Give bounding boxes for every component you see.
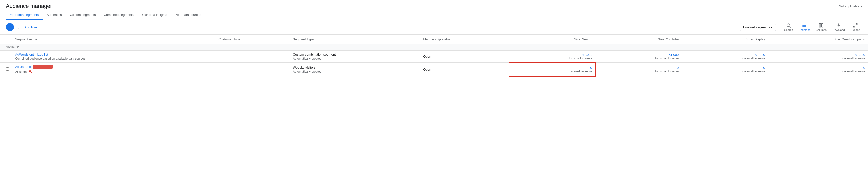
row-1-size-search: <1,000 Too small to serve — [509, 51, 595, 63]
row-1-size-search-sub: Too small to serve — [512, 57, 592, 60]
row-1-size-display-link[interactable]: <1,000 — [685, 53, 765, 57]
row-1-size-youtube: <1,000 Too small to serve — [595, 51, 682, 63]
expand-button[interactable]: Expand — [849, 22, 862, 32]
row-2-size-youtube-sub: Too small to serve — [599, 70, 679, 73]
add-filter-button[interactable]: Add filter — [23, 25, 39, 30]
header-segment-type[interactable]: Segment Type — [290, 35, 420, 44]
svg-point-3 — [787, 24, 790, 27]
expand-label: Expand — [851, 28, 860, 31]
header-membership-status[interactable]: Membership status — [420, 35, 509, 44]
header-customer-type[interactable]: Customer Type — [216, 35, 290, 44]
header-segment-name[interactable]: Segment name ↑ — [12, 35, 216, 44]
row-2-size-gmail-link[interactable]: 0 — [771, 66, 865, 70]
download-icon — [836, 23, 841, 28]
table-header-row: Segment name ↑ Customer Type Segment Typ… — [0, 35, 868, 44]
row-2-checkbox-cell[interactable] — [0, 63, 12, 76]
header-size-gmail[interactable]: Size: Gmail campaign — [768, 35, 868, 44]
tab-combined-segments[interactable]: Combined segments — [100, 10, 137, 20]
row-1-size-display-sub: Too small to serve — [685, 57, 765, 60]
row-2-segment-type-line1: Website visitors — [293, 66, 417, 70]
row-1-size-gmail-link[interactable]: <1,000 — [771, 53, 865, 57]
row-1-segment-name-link[interactable]: AdWords optimized list — [15, 53, 213, 56]
expand-icon — [853, 23, 858, 28]
row-2-customer-type: – — [216, 63, 290, 76]
add-button[interactable]: + — [6, 23, 14, 31]
not-applicable-selector[interactable]: Not applicable ▾ — [839, 4, 862, 8]
svg-line-4 — [789, 26, 791, 28]
row-1-segment-sub: Combined audience based on available dat… — [15, 57, 213, 60]
columns-icon — [819, 23, 824, 28]
svg-line-11 — [856, 24, 857, 25]
enabled-segments-button[interactable]: Enabled segments ▾ — [740, 24, 776, 31]
enabled-segments-dropdown-icon: ▾ — [771, 25, 773, 29]
section-not-in-use: Not in-use — [0, 44, 868, 51]
row-2-size-display-sub: Too small to serve — [685, 70, 765, 73]
row-2-checkbox[interactable] — [6, 68, 9, 71]
header-size-youtube[interactable]: Size: YouTube — [595, 35, 682, 44]
section-label: Not in-use — [0, 44, 868, 51]
search-button[interactable]: Search — [782, 22, 795, 32]
columns-button[interactable]: Columns — [814, 22, 828, 32]
red-arrow-icon: ↖ — [29, 69, 33, 74]
table-container: Segment name ↑ Customer Type Segment Typ… — [0, 35, 868, 77]
row-1-size-gmail: <1,000 Too small to serve — [768, 51, 868, 63]
header-checkbox[interactable] — [0, 35, 12, 44]
segment-label: Segment — [799, 28, 810, 31]
row-2-segment-type: Website visitors Automatically created — [290, 63, 420, 76]
download-button[interactable]: Download — [831, 22, 847, 32]
row-2-size-search-sub: Too small to serve — [512, 70, 592, 73]
columns-label: Columns — [816, 28, 827, 31]
select-all-checkbox[interactable] — [6, 37, 9, 41]
segments-table: Segment name ↑ Customer Type Segment Typ… — [0, 35, 868, 77]
row-1-segment-name-cell: AdWords optimized list Combined audience… — [12, 51, 216, 63]
row-1-size-display: <1,000 Too small to serve — [682, 51, 768, 63]
row-2-segment-sub: All users — [15, 70, 27, 74]
row-2-size-display: 0 Too small to serve — [682, 63, 768, 76]
row-1-size-youtube-sub: Too small to serve — [598, 57, 679, 60]
svg-rect-8 — [819, 24, 821, 27]
download-label: Download — [833, 28, 845, 31]
row-1-checkbox[interactable] — [6, 55, 9, 58]
tab-your-data-segments[interactable]: Your data segments — [6, 10, 42, 20]
toolbar: + Add filter Enabled segments ▾ Search — [0, 20, 868, 35]
tab-audiences[interactable]: Audiences — [42, 10, 66, 20]
segment-icon — [802, 23, 807, 28]
row-2-size-search: 0 Too small to serve — [509, 63, 595, 76]
header-size-display[interactable]: Size: Display — [682, 35, 768, 44]
enabled-segments-label: Enabled segments — [743, 25, 770, 29]
row-1-size-gmail-sub: Too small to serve — [771, 57, 865, 60]
table-row: All Users of All users ↖ – Website visit… — [0, 63, 868, 76]
not-applicable-label: Not applicable — [839, 4, 859, 8]
header-size-search[interactable]: Size: Search — [509, 35, 595, 44]
row-2-segment-name-cell: All Users of All users ↖ — [12, 63, 216, 76]
row-2-size-gmail: 0 Too small to serve — [768, 63, 868, 76]
table-row: AdWords optimized list Combined audience… — [0, 51, 868, 63]
row-1-size-youtube-link[interactable]: <1,000 — [598, 53, 679, 57]
row-2-segment-type-line2: Automatically created — [293, 70, 417, 74]
dropdown-icon: ▾ — [860, 4, 862, 8]
row-1-segment-type: Custom combination segment Automatically… — [290, 51, 420, 63]
tab-your-data-sources[interactable]: Your data sources — [171, 10, 205, 20]
search-icon — [786, 23, 791, 28]
row-1-membership-status: Open — [420, 51, 509, 63]
row-1-segment-type-line2: Automatically created — [293, 57, 417, 60]
row-1-checkbox-cell[interactable] — [0, 51, 12, 63]
row-2-segment-name-link[interactable]: All Users of — [15, 65, 32, 69]
segment-button[interactable]: Segment — [797, 22, 812, 32]
row-2-membership-status: Open — [420, 63, 509, 76]
page-title: Audience manager — [6, 3, 52, 9]
svg-rect-9 — [822, 24, 823, 27]
row-2-size-gmail-sub: Too small to serve — [771, 70, 865, 73]
row-2-redacted-name — [33, 65, 53, 69]
toolbar-divider — [779, 23, 779, 31]
row-2-size-search-link[interactable]: 0 — [512, 66, 592, 70]
svg-line-12 — [854, 26, 855, 27]
tab-custom-segments[interactable]: Custom segments — [66, 10, 100, 20]
tab-your-data-insights[interactable]: Your data insights — [137, 10, 171, 20]
filter-icon[interactable] — [16, 25, 21, 29]
row-2-size-youtube-link[interactable]: 0 — [599, 66, 679, 70]
search-label: Search — [784, 28, 793, 31]
row-2-size-display-link[interactable]: 0 — [685, 66, 765, 70]
row-2-size-youtube: 0 Too small to serve — [595, 63, 682, 76]
row-1-size-search-link[interactable]: <1,000 — [512, 53, 592, 57]
